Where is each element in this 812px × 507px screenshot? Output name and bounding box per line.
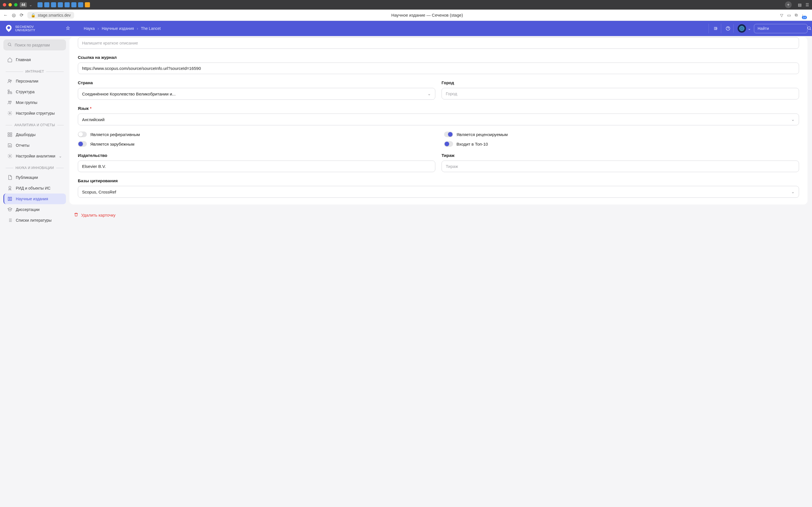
chevron-down-icon[interactable]: ⌄ [748, 26, 751, 31]
battery-icon: ▭ [787, 13, 791, 17]
svg-rect-15 [8, 133, 9, 134]
publisher-input[interactable] [78, 161, 435, 172]
delete-card-button[interactable]: Удалить карточку [69, 210, 808, 221]
yandex-icon[interactable]: ◎ [12, 12, 16, 18]
svg-rect-11 [8, 93, 9, 94]
sidebar-section-header: ИНТРАНЕТ [6, 69, 64, 73]
award-icon [7, 186, 12, 191]
gear-icon [7, 154, 12, 159]
search-icon [7, 42, 12, 48]
minimize-window[interactable] [8, 3, 12, 6]
avatar[interactable] [738, 24, 746, 33]
reload-button[interactable]: ⟳ [20, 12, 23, 18]
sidebar-search-input[interactable] [15, 43, 64, 47]
svg-point-14 [9, 113, 11, 114]
users-icon [7, 78, 12, 83]
language-value: Английский [82, 117, 105, 122]
menu-icon[interactable]: ☰ [806, 3, 809, 7]
svg-point-6 [8, 43, 11, 46]
close-window[interactable] [3, 3, 6, 6]
circulation-input[interactable] [442, 161, 799, 172]
extensions-icon[interactable]: ⧉ [795, 13, 798, 17]
downloads-icon[interactable]: ↓14 [802, 13, 809, 17]
toggle-referative[interactable] [78, 131, 87, 137]
country-value: Соединённое Королевство Великобритании и… [82, 92, 175, 96]
delete-label: Удалить карточку [81, 213, 115, 217]
page-title: Научное издание — Сеченов (stage) [78, 13, 776, 17]
address-bar[interactable]: 🔒 stage.smartics.dev [28, 12, 74, 18]
url-text: stage.smartics.dev [38, 13, 71, 17]
sidebar-search[interactable] [3, 40, 66, 50]
sidebar-item-journals[interactable]: Научные издания [3, 193, 66, 204]
chevron-down-icon: ⌄ [791, 117, 795, 122]
sidebar-item-structure[interactable]: Структура [3, 87, 66, 97]
browser-toolbar: ← ◎ ⟳ 🔒 stage.smartics.dev Научное издан… [0, 10, 812, 21]
groups-icon [7, 100, 12, 105]
svg-rect-10 [10, 93, 12, 94]
search-input[interactable] [758, 26, 807, 31]
sidebar-item-bibliography[interactable]: Списки литературы [3, 215, 66, 226]
chevron-down-icon: ⌄ [59, 154, 62, 158]
language-select[interactable]: Английский ⌄ [78, 114, 799, 125]
sidebar-item-label: Мои группы [16, 100, 37, 105]
sidebar-section-header: АНАЛИТИКА И ОТЧЕТЫ [6, 123, 64, 127]
description-input[interactable] [78, 37, 799, 49]
sidebar-item-reports[interactable]: Отчеты [3, 140, 66, 151]
help-icon[interactable] [721, 24, 730, 33]
dashboard-icon [7, 132, 12, 137]
bookmarks-icon[interactable]: ▤ [798, 3, 802, 7]
sidebar-item-label: РИД и объекты ИС [16, 186, 50, 190]
sidebar-item-analytics-settings[interactable]: Настройки аналитики ⌄ [3, 151, 66, 161]
link-input[interactable] [78, 62, 799, 74]
sidebar-item-persons[interactable]: Персоналии [3, 76, 66, 87]
maximize-window[interactable] [14, 3, 17, 6]
sidebar-item-label: Отчеты [16, 143, 29, 148]
toggle-foreign[interactable] [78, 141, 87, 147]
language-label: Язык * [78, 106, 799, 111]
toggle-peer-reviewed[interactable] [444, 131, 453, 137]
sidebar-item-publications[interactable]: Публикации [3, 172, 66, 183]
svg-point-19 [9, 156, 11, 157]
sidebar-item-dissertations[interactable]: Диссертации [3, 204, 66, 215]
toggle-label: Входит в Топ-10 [456, 142, 488, 147]
svg-point-7 [8, 79, 10, 81]
back-button[interactable]: ← [3, 13, 8, 18]
svg-rect-18 [10, 135, 12, 136]
sidebar-item-groups[interactable]: Мои группы [3, 97, 66, 108]
tab-strip[interactable] [38, 2, 783, 7]
sidebar-item-home[interactable]: Главная [3, 54, 66, 65]
breadcrumb-item[interactable]: Научные издания [102, 26, 134, 31]
svg-point-0 [716, 28, 717, 29]
breadcrumb: Наука › Научные издания › The Lancet [84, 26, 161, 31]
svg-rect-17 [8, 135, 9, 136]
settings-icon[interactable] [709, 24, 718, 33]
new-tab-button[interactable]: + [785, 1, 792, 8]
logo-icon [4, 24, 13, 33]
sidebar-item-dashboards[interactable]: Дашборды [3, 129, 66, 140]
logo[interactable]: SECHENOV UNIVERSITY [4, 24, 35, 33]
chevron-down-icon[interactable]: ⌄ [29, 3, 33, 7]
sidebar-item-rid[interactable]: РИД и объекты ИС [3, 183, 66, 193]
sidebar: Главная ИНТРАНЕТ Персоналии Структура Мо… [0, 36, 69, 253]
breadcrumb-item[interactable]: Наука [84, 26, 95, 31]
svg-rect-9 [8, 90, 9, 91]
toggle-label: Является зарубежным [90, 142, 135, 147]
pin-icon[interactable] [66, 26, 70, 31]
citation-select[interactable]: Scopus, CrossRef ⌄ [78, 186, 799, 198]
header-search[interactable] [754, 24, 808, 33]
breadcrumb-item[interactable]: The Lancet [141, 26, 161, 31]
sidebar-item-label: Дашборды [16, 132, 36, 137]
bookmark-icon[interactable]: ▽ [780, 13, 783, 17]
home-icon [7, 57, 12, 62]
trash-icon [74, 212, 79, 218]
link-label: Ссылка на журнал [78, 55, 799, 60]
country-select[interactable]: Соединённое Королевство Великобритании и… [78, 88, 435, 100]
city-input[interactable] [442, 88, 799, 100]
tab-count-badge[interactable]: 44 [20, 2, 27, 7]
toggle-label: Является рецензируемым [456, 132, 508, 137]
sidebar-item-struct-settings[interactable]: Настройки структуры [3, 108, 66, 119]
list-icon [7, 218, 12, 223]
toggle-top10[interactable] [444, 141, 453, 147]
svg-point-3 [740, 27, 744, 30]
search-icon[interactable] [807, 26, 811, 31]
